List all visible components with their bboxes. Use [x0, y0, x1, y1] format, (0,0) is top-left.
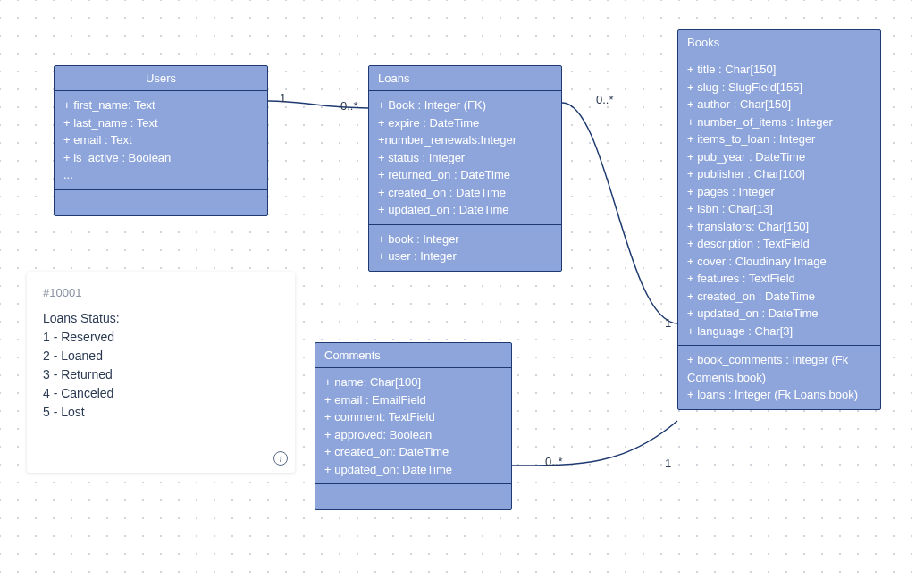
field-row: ...	[63, 166, 258, 184]
note-line: 2 - Loaned	[43, 347, 279, 365]
entity-books[interactable]: Books + title : Char[150] + slug : SlugF…	[677, 29, 881, 410]
note-line: 4 - Canceled	[43, 384, 279, 403]
cardinality-users-side: 1	[280, 91, 286, 105]
field-row: + updated_on : DateTime	[378, 201, 552, 219]
entity-users-fields: + first_name: Text + last_name : Text + …	[55, 91, 267, 190]
entity-books-refs: + book_comments : Integer (Fk Coments.bo…	[678, 346, 880, 409]
field-row: + updated_on: DateTime	[324, 461, 502, 479]
entity-comments-fields: + name: Char[100] + email : EmailField +…	[315, 368, 511, 484]
field-row: + publisher : Char[100]	[687, 165, 871, 183]
entity-comments-refs	[315, 484, 511, 509]
note-line: 5 - Lost	[43, 403, 279, 422]
entity-users-title: Users	[55, 66, 267, 91]
field-row: + comment: TextField	[324, 408, 502, 426]
field-row: + email : Text	[63, 131, 258, 149]
cardinality-loans-user-side: 0..*	[340, 99, 358, 113]
field-row: + is_active : Boolean	[63, 149, 258, 167]
field-row: + pub_year : DateTime	[687, 148, 871, 166]
field-row: + approved: Boolean	[324, 426, 502, 444]
field-row: + Book : Integer (FK)	[378, 96, 552, 114]
field-row: + expire : DateTime	[378, 114, 552, 132]
field-row: + created_on : DateTime	[687, 288, 871, 306]
field-row: + description : TextField	[687, 235, 871, 253]
entity-books-title: Books	[678, 30, 880, 55]
field-row: + cover : Cloudinary Image	[687, 253, 871, 271]
field-row: + created_on: DateTime	[324, 443, 502, 461]
field-row: + items_to_loan : Integer	[687, 130, 871, 148]
entity-comments[interactable]: Comments + name: Char[100] + email : Ema…	[315, 342, 512, 510]
note-title: Loans Status:	[43, 309, 279, 328]
note-id: #10001	[43, 284, 279, 302]
field-row: + pages : Integer	[687, 183, 871, 201]
field-row: + returned_on : DateTime	[378, 166, 552, 184]
entity-loans-fields: + Book : Integer (FK) + expire : DateTim…	[369, 91, 561, 225]
note-card[interactable]: #10001 Loans Status: 1 - Reserved 2 - Lo…	[27, 272, 295, 473]
field-row: + slug : SlugField[155]	[687, 79, 871, 96]
field-row: + created_on : DateTime	[378, 184, 552, 202]
field-row: + user : Integer	[378, 248, 552, 265]
field-row: + status : Integer	[378, 149, 552, 167]
entity-loans[interactable]: Loans + Book : Integer (FK) + expire : D…	[368, 65, 562, 272]
note-line: 1 - Reserved	[43, 328, 279, 347]
field-row: +number_renewals:Integer	[378, 131, 552, 149]
field-row: + loans : Integer (Fk Loans.book)	[687, 386, 871, 404]
field-row: + updated_on : DateTime	[687, 305, 871, 323]
field-row: + language : Char[3]	[687, 323, 871, 340]
field-row: + title : Char[150]	[687, 61, 871, 79]
entity-loans-title: Loans	[369, 66, 561, 91]
field-row: + last_name : Text	[63, 114, 258, 132]
entity-users-refs	[55, 190, 267, 215]
entity-loans-refs: + book : Integer + user : Integer	[369, 225, 561, 271]
cardinality-books-comments-side: 1	[665, 457, 671, 470]
cardinality-loans-book-side: 0..*	[596, 93, 614, 106]
field-row: + book_comments : Integer (Fk Coments.bo…	[687, 351, 871, 386]
field-row: + name: Char[100]	[324, 373, 502, 391]
cardinality-comments-side: 0..*	[545, 455, 563, 468]
entity-books-fields: + title : Char[150] + slug : SlugField[1…	[678, 55, 880, 346]
field-row: + number_of_items : Integer	[687, 113, 871, 131]
field-row: + first_name: Text	[63, 96, 258, 114]
note-line: 3 - Returned	[43, 365, 279, 384]
entity-users[interactable]: Users + first_name: Text + last_name : T…	[54, 65, 268, 216]
field-row: + email : EmailField	[324, 391, 502, 409]
entity-comments-title: Comments	[315, 343, 511, 368]
field-row: + author : Char[150]	[687, 96, 871, 113]
cardinality-books-loans-side: 1	[665, 316, 671, 330]
field-row: + book : Integer	[378, 231, 552, 248]
field-row: + translators: Char[150]	[687, 218, 871, 236]
info-icon[interactable]: i	[273, 451, 288, 466]
field-row: + features : TextField	[687, 270, 871, 288]
field-row: + isbn : Char[13]	[687, 200, 871, 218]
